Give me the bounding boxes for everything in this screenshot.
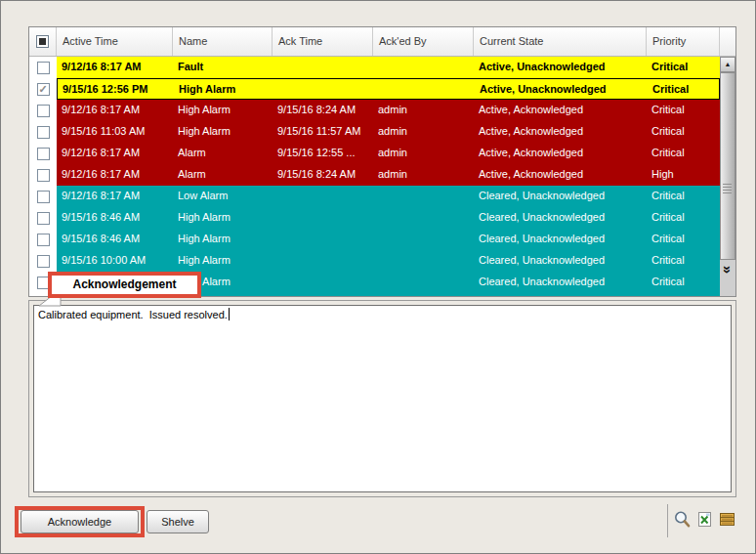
cell-priority: Critical <box>647 186 720 207</box>
cell-active-time: 9/15/16 11:03 AM <box>57 121 173 143</box>
search-icon[interactable] <box>673 510 692 529</box>
cell-acked-by <box>374 79 475 99</box>
cell-active-time: 9/12/16 8:17 AM <box>57 57 173 78</box>
cell-ack-time: 9/15/16 8:24 AM <box>273 164 373 186</box>
cell-acked-by <box>373 207 474 229</box>
select-all-checkbox[interactable] <box>36 35 49 48</box>
cell-priority: Critical <box>647 121 720 143</box>
cell-ack-time: 9/15/16 11:57 AM <box>273 121 373 143</box>
shelf-icon[interactable] <box>718 510 736 529</box>
col-header-acked-by[interactable]: Ack'ed By <box>373 27 474 56</box>
notes-text: Calibrated equipment. Issued resolved. <box>38 309 228 320</box>
cell-current-state: Cleared, Unacknowledged <box>474 186 647 207</box>
footer-divider <box>667 504 668 537</box>
col-header-priority[interactable]: Priority <box>647 27 720 56</box>
cell-acked-by <box>373 229 474 250</box>
cell-current-state: Active, Acknowledged <box>474 121 647 143</box>
row-checkbox[interactable] <box>37 234 50 246</box>
cell-current-state: Cleared, Unacknowledged <box>474 229 647 250</box>
cell-ack-time: 9/15/16 8:24 AM <box>273 100 373 121</box>
row-checkbox[interactable] <box>37 62 50 74</box>
cell-priority: Critical <box>647 143 720 164</box>
scroll-up-arrow-icon[interactable]: ▲ <box>720 57 735 72</box>
cell-ack-time <box>273 79 374 99</box>
cell-ack-time <box>273 229 373 250</box>
cell-acked-by <box>373 272 474 293</box>
cell-current-state: Cleared, Unacknowledged <box>474 272 647 293</box>
cell-name: High Alarm <box>173 229 273 250</box>
cell-name: High Alarm <box>173 100 273 121</box>
acknowledge-button[interactable]: Acknowledge <box>21 510 139 533</box>
col-header-current-state[interactable]: Current State <box>474 27 647 56</box>
row-checkbox[interactable] <box>37 105 50 117</box>
table-row[interactable]: 9/15/16 8:46 AM High Alarm Cleared, Unac… <box>29 207 720 229</box>
table-row[interactable]: 9/12/16 8:17 AM High Alarm 9/15/16 8:24 … <box>29 100 720 121</box>
cell-current-state: Active, Unacknowledged <box>474 57 647 78</box>
cell-current-state: Cleared, Unacknowledged <box>474 250 647 272</box>
row-checkbox[interactable] <box>37 191 50 203</box>
more-rows-below-icon[interactable]: » <box>720 258 735 281</box>
cell-active-time: 9/15/16 8:46 AM <box>57 229 173 250</box>
table-body: 9/12/16 8:17 AM Fault Active, Unacknowle… <box>29 57 720 296</box>
cell-priority: Critical <box>647 250 720 272</box>
cell-acked-by: admin <box>373 100 474 121</box>
cell-name: High Alarm <box>173 207 273 229</box>
notes-panel: Calibrated equipment. Issued resolved. <box>28 300 736 497</box>
shelve-button[interactable]: Shelve <box>147 510 209 533</box>
cell-priority: Critical <box>647 57 720 78</box>
table-row[interactable]: 9/15/16 8:46 AM High Alarm Cleared, Unac… <box>29 229 720 250</box>
cell-acked-by: admin <box>373 164 474 186</box>
cell-acked-by <box>373 250 474 272</box>
cell-name: Low Alarm <box>173 186 273 207</box>
row-checkbox[interactable] <box>37 212 50 225</box>
cell-active-time: 9/15/16 10:00 AM <box>57 250 173 272</box>
cell-acked-by: admin <box>373 121 474 143</box>
acknowledgement-notes-input[interactable]: Calibrated equipment. Issued resolved. <box>33 305 732 492</box>
text-caret <box>229 308 230 320</box>
cell-ack-time <box>273 207 373 229</box>
table-row[interactable]: 9/15/16 11:03 AM High Alarm 9/15/16 11:5… <box>29 121 720 143</box>
col-header-name[interactable]: Name <box>173 27 273 56</box>
cell-active-time: 9/12/16 8:17 AM <box>57 143 173 164</box>
table-row[interactable]: 9/12/16 8:17 AM Low Alarm Cleared, Unack… <box>29 186 720 207</box>
cell-priority: Critical <box>647 272 720 293</box>
cell-priority: Critical <box>647 229 720 250</box>
cell-ack-time: 9/15/16 12:55 ... <box>273 143 373 164</box>
row-checkbox[interactable] <box>37 255 50 268</box>
table-row[interactable]: 9/12/16 8:17 AM Alarm 9/15/16 12:55 ... … <box>29 143 720 164</box>
cell-active-time: 9/12/16 8:17 AM <box>57 100 173 121</box>
col-header-ack-time[interactable]: Ack Time <box>273 27 373 56</box>
cell-name: High Alarm <box>173 250 273 272</box>
cell-acked-by: admin <box>373 143 474 164</box>
scrollbar-thumb[interactable] <box>720 72 735 260</box>
cell-name: High Alarm <box>173 121 273 143</box>
table-row[interactable]: 9/15/16 10:00 AM High Alarm Cleared, Una… <box>29 250 720 272</box>
export-icon[interactable] <box>695 510 714 529</box>
row-checkbox[interactable]: ✓ <box>37 83 50 96</box>
cell-acked-by <box>373 186 474 207</box>
cell-acked-by <box>373 57 474 78</box>
alarm-status-window: Active Time Name Ack Time Ack'ed By Curr… <box>0 0 756 554</box>
cell-ack-time <box>273 250 373 272</box>
col-header-active-time[interactable]: Active Time <box>57 27 173 56</box>
header-filler <box>720 27 735 56</box>
cell-name: High Alarm <box>174 79 273 99</box>
row-checkbox[interactable] <box>37 126 50 139</box>
cell-active-time: 9/12/16 8:17 AM <box>57 164 173 186</box>
row-checkbox[interactable] <box>37 148 50 160</box>
table-row[interactable]: 9/12/16 8:17 AM Fault Active, Unacknowle… <box>29 57 720 78</box>
table-row[interactable]: 9/12/16 8:17 AM Alarm 9/15/16 8:24 AM ad… <box>29 164 720 186</box>
cell-name: Alarm <box>173 143 273 164</box>
cell-name: Fault <box>173 57 273 78</box>
table-row-selected[interactable]: ✓ 9/15/16 12:56 PM High Alarm Active, Un… <box>29 78 720 100</box>
row-checkbox[interactable] <box>37 169 50 182</box>
cell-priority: Critical <box>648 79 720 99</box>
table-header: Active Time Name Ack Time Ack'ed By Curr… <box>29 27 735 57</box>
cell-current-state: Active, Acknowledged <box>474 143 647 164</box>
cell-current-state: Active, Unacknowledged <box>475 79 648 99</box>
cell-priority: Critical <box>647 207 720 229</box>
cell-priority: Critical <box>647 100 720 121</box>
vertical-scrollbar[interactable]: ▲ » <box>720 57 735 296</box>
acknowledgement-tooltip: Acknowledgement <box>48 272 201 298</box>
cell-active-time: 9/15/16 8:46 AM <box>57 207 173 229</box>
